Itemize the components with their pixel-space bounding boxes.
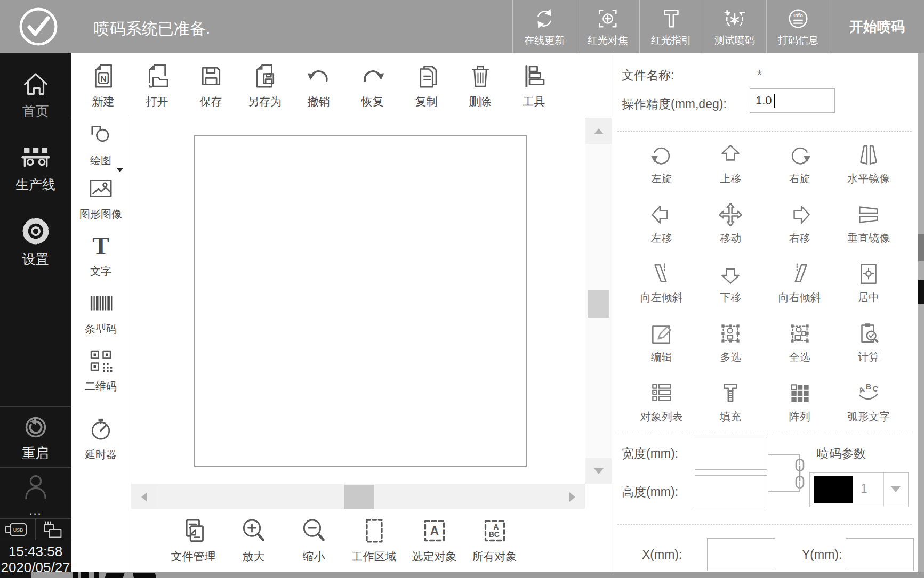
usb-status[interactable]: USB [0, 519, 36, 540]
network-status[interactable] [36, 519, 71, 540]
svg-text:Info: Info [793, 12, 803, 18]
zoom-in-button[interactable]: 放大 [223, 509, 284, 572]
rotate-left-button[interactable]: 左旋 [627, 134, 696, 194]
scroll-down-button[interactable] [585, 458, 612, 484]
save-as-button[interactable]: 另存为 [238, 53, 292, 118]
palette-item-image[interactable]: 图形图像 [71, 174, 131, 222]
color-index: 1 [861, 482, 867, 496]
horizontal-scrollbar[interactable] [131, 484, 585, 509]
array-button[interactable]: 阵列 [765, 372, 834, 432]
start-print-button[interactable]: 开始喷码 [830, 0, 924, 53]
sidebar-item-restart[interactable]: 重启 [0, 412, 71, 462]
person-icon [0, 471, 71, 502]
scroll-up-button[interactable] [585, 118, 612, 144]
open-button[interactable]: 打开 [130, 53, 184, 118]
clipped-glyph [133, 573, 156, 578]
arrow-up-icon [594, 128, 604, 134]
y-input[interactable] [846, 538, 914, 571]
move-left-button[interactable]: 左移 [627, 194, 696, 254]
object-list-button[interactable]: 对象列表 [627, 372, 696, 432]
x-input[interactable] [707, 538, 775, 571]
palette-item-qrcode[interactable]: 二维码 [71, 346, 131, 394]
user-avatar[interactable] [0, 471, 71, 502]
palette-item-text[interactable]: T 文字 [71, 231, 131, 279]
center-button[interactable]: 居中 [834, 253, 904, 313]
move-down-button[interactable]: 下移 [696, 253, 766, 313]
combo-divider [883, 473, 884, 507]
gear-icon [0, 215, 71, 248]
tool-palette: 绘图 图形图像 T 文字 条型码 二维码 [71, 118, 131, 578]
left-sidebar: 首页 生产线 设置 重启 ... [0, 53, 71, 578]
copy-button[interactable]: 复制 [399, 53, 453, 118]
edge-scroll-thumb[interactable] [918, 234, 924, 261]
palette-item-barcode[interactable]: 条型码 [71, 289, 131, 336]
work-area-button[interactable]: 工作区域 [344, 509, 404, 572]
width-input[interactable] [695, 437, 767, 470]
sidebar-item-home[interactable]: 首页 [0, 68, 71, 120]
multi-select-button[interactable]: 多选 [696, 313, 766, 372]
selected-object-icon: A [420, 516, 449, 546]
select-all-button[interactable]: 全选 [765, 313, 834, 372]
height-input[interactable] [695, 475, 767, 508]
arrow-down-icon [594, 468, 604, 474]
redo-icon [358, 62, 387, 91]
width-label: 宽度(mm): [622, 445, 678, 462]
skew-left-button[interactable]: 向左倾斜 [627, 253, 696, 313]
scroll-left-button[interactable] [131, 485, 157, 509]
draw-dropdown-caret[interactable] [116, 167, 124, 173]
fill-icon [717, 380, 744, 406]
tools-button[interactable]: 工具 [507, 53, 561, 118]
vertical-scroll-thumb[interactable] [588, 290, 609, 318]
work-area-page[interactable] [194, 135, 527, 467]
selected-objects-button[interactable]: A 选定对象 [404, 509, 464, 572]
online-update-button[interactable]: 在线更新 [512, 0, 576, 53]
all-objects-button[interactable]: ABC 所有对象 [464, 509, 525, 572]
calculate-button[interactable]: 计算 [834, 313, 904, 372]
test-print-button[interactable]: 测试喷码 [703, 0, 766, 53]
network-icon [42, 520, 65, 539]
rotate-right-button[interactable]: 右旋 [765, 134, 834, 194]
file-manager-button[interactable]: 文件管理 [163, 509, 223, 572]
zoom-out-button[interactable]: 缩小 [284, 509, 344, 572]
save-button[interactable]: 保存 [184, 53, 238, 118]
fill-button[interactable]: 填充 [696, 372, 766, 432]
red-light-focus-button[interactable]: 红光对焦 [576, 0, 639, 53]
t-guide-icon [659, 6, 684, 31]
design-canvas[interactable] [131, 118, 585, 484]
select-all-icon [786, 320, 813, 347]
skew-right-button[interactable]: 向右倾斜 [765, 253, 834, 313]
sidebar-item-settings[interactable]: 设置 [0, 215, 71, 268]
move-up-button[interactable]: 上移 [696, 134, 766, 194]
height-label: 高度(mm): [622, 484, 678, 500]
sidebar-item-production-line[interactable]: 生产线 [0, 140, 71, 193]
transform-grid: 左旋 上移 右旋 水平镜像 左移 移动 [627, 134, 903, 432]
move-button[interactable]: 移动 [696, 194, 766, 254]
move-up-icon [717, 142, 744, 168]
chevron-down-icon[interactable] [891, 486, 901, 492]
arc-text-button[interactable]: ABC 弧形文字 [834, 372, 904, 432]
precision-input[interactable]: 1.0 [750, 88, 835, 113]
redo-button[interactable]: 恢复 [346, 53, 399, 118]
window-edge-scrollbar[interactable] [918, 53, 924, 578]
sidebar-more[interactable]: ... [0, 504, 71, 518]
print-info-button[interactable]: Info 打码信息 [766, 0, 830, 53]
sidebar-divider [0, 541, 71, 541]
move-down-icon [717, 260, 744, 287]
file-toolbar: N 新建 打开 保存 另存为 撤销 [71, 53, 612, 118]
new-button[interactable]: N 新建 [76, 53, 130, 118]
move-right-button[interactable]: 右移 [765, 194, 834, 254]
edit-button[interactable]: 编辑 [627, 313, 696, 372]
mirror-horizontal-button[interactable]: 水平镜像 [834, 134, 904, 194]
undo-button[interactable]: 撤销 [292, 53, 346, 118]
ink-color-select[interactable]: 1 [809, 472, 909, 507]
color-swatch[interactable] [814, 476, 853, 503]
horizontal-scroll-thumb[interactable] [344, 485, 374, 509]
scroll-right-button[interactable] [559, 485, 585, 509]
mirror-vertical-button[interactable]: 垂直镜像 [834, 194, 904, 254]
delete-button[interactable]: 删除 [453, 53, 507, 118]
palette-item-timer[interactable]: 延时器 [71, 414, 131, 462]
qrcode-icon [86, 346, 115, 375]
palette-item-draw[interactable]: 绘图 [71, 121, 131, 168]
red-light-guide-button[interactable]: 红光指引 [639, 0, 703, 53]
vertical-scrollbar[interactable] [585, 118, 612, 484]
